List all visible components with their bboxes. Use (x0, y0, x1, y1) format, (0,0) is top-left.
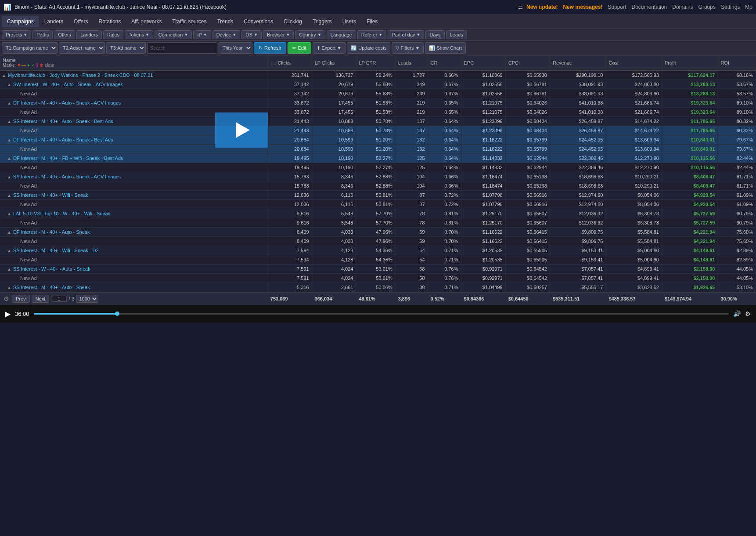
video-settings-icon[interactable]: ⚙ (745, 310, 751, 317)
more-link[interactable]: Mo (745, 4, 752, 10)
rules-button[interactable]: Rules (103, 30, 123, 39)
t3-select[interactable]: T3:Ad name (106, 42, 146, 54)
cell-name[interactable]: ▲DF Interest - M - 40+ - Auto - Sneak (0, 228, 268, 237)
days-button[interactable]: Days (425, 30, 444, 39)
expand-icon[interactable]: ▲ (7, 193, 11, 198)
video-play-overlay[interactable] (215, 112, 268, 148)
nav-files[interactable]: Files (361, 16, 383, 27)
leads-button[interactable]: Leads (446, 30, 467, 39)
nav-rotations[interactable]: Rotations (94, 16, 126, 27)
cell-name[interactable]: ▲SS Interest - M - 40+ - Wifi - Sneak - … (0, 246, 268, 255)
tokens-button[interactable]: Tokens▼ (125, 30, 153, 39)
nav-conversions[interactable]: Conversions (238, 16, 278, 27)
cell-name[interactable]: ▲SS Interest - M - 40+ - Auto - Sneak (0, 283, 268, 293)
nav-trends[interactable]: Trends (212, 16, 238, 27)
page-input[interactable]: 1 (51, 296, 67, 302)
expand-icon[interactable]: ▲ (7, 174, 11, 179)
update-costs-button[interactable]: 🔄 Update costs (347, 42, 390, 54)
nav-triggers[interactable]: Triggers (307, 16, 337, 27)
ip-button[interactable]: IP▼ (193, 30, 211, 39)
cell-name[interactable]: ▲SS Interest - M - 40+ - Wifi - Sneak (0, 191, 268, 200)
prev-button[interactable]: Prev (12, 295, 30, 303)
part-of-day-button[interactable]: Part of day▼ (388, 30, 424, 39)
mark-check[interactable]: ✓ (31, 63, 35, 68)
col-clicks[interactable]: ↓↓ Clicks (268, 55, 312, 70)
support-link[interactable]: Support (608, 4, 626, 10)
cell-name[interactable]: New Ad (0, 163, 268, 172)
expand-icon[interactable]: ▲ (7, 82, 11, 87)
new-update-badge[interactable]: New update! (526, 4, 558, 10)
mark-minus[interactable]: — (22, 63, 26, 68)
video-progress-bar[interactable] (34, 313, 729, 315)
domains-link[interactable]: Domains (672, 4, 693, 10)
device-button[interactable]: Device▼ (212, 30, 241, 39)
list-icon[interactable]: ☰ (518, 4, 523, 10)
country-button[interactable]: Country▼ (295, 30, 325, 39)
cell-name[interactable]: New Ad (0, 274, 268, 283)
mark-delete[interactable]: 🗑 (40, 63, 44, 68)
nav-users[interactable]: Users (337, 16, 361, 27)
connection-button[interactable]: Connection▼ (155, 30, 192, 39)
expand-icon[interactable]: ▲ (7, 267, 11, 272)
mark-x[interactable]: ✕ (17, 63, 21, 68)
documentation-link[interactable]: Documentation (632, 4, 667, 10)
new-messages-badge[interactable]: New messages! (563, 4, 602, 10)
filters-button[interactable]: ▽ Filters ▼ (392, 42, 424, 54)
export-button[interactable]: ⬆ Export ▼ (313, 42, 346, 54)
cell-name[interactable]: New Ad (0, 181, 268, 191)
nav-traffic-sources[interactable]: Traffic sources (167, 16, 212, 27)
cell-name[interactable]: New Ad (0, 200, 268, 209)
mark-plus[interactable]: + (27, 63, 30, 68)
cell-name[interactable]: ▲DF Interest - M - 40+ - Auto - Sneak - … (0, 98, 268, 108)
nav-clicklog[interactable]: Clicklog (278, 16, 307, 27)
referer-button[interactable]: Referer▼ (357, 30, 387, 39)
cell-name[interactable]: New Ad (0, 255, 268, 264)
groups-link[interactable]: Groups (698, 4, 716, 10)
nav-landers[interactable]: Landers (39, 16, 68, 27)
paths-button[interactable]: Paths (32, 30, 53, 39)
cell-name[interactable]: ▲SW Interest - W - 40+ - Auto - Sneak - … (0, 80, 268, 89)
nav-campaigns[interactable]: Campaigns (2, 16, 39, 27)
mark-clear[interactable]: clear (45, 63, 54, 68)
edit-button[interactable]: ✏ Edit (288, 42, 311, 54)
offers-button[interactable]: Offers (54, 30, 75, 39)
search-input[interactable] (147, 42, 217, 54)
os-button[interactable]: OS▼ (241, 30, 262, 39)
presets-button[interactable]: Presets▼ (2, 30, 31, 39)
volume-icon[interactable]: 🔊 (733, 310, 741, 317)
nav-offers[interactable]: Offers (68, 16, 93, 27)
expand-icon[interactable]: ▲ (7, 211, 11, 216)
language-button[interactable]: Language (327, 30, 356, 39)
settings-button[interactable]: ⚙ (3, 294, 10, 303)
browser-button[interactable]: Browser▼ (263, 30, 294, 39)
cell-name[interactable]: New Ad (0, 218, 268, 228)
expand-icon[interactable]: ▲ (7, 101, 11, 105)
show-chart-button[interactable]: 📊 Show Chart (425, 42, 466, 54)
cell-name[interactable]: ▲SS Interest - M - 40+ - Auto - Sneak - … (0, 172, 268, 181)
expand-icon[interactable]: ▲ (2, 73, 6, 78)
cell-name[interactable]: New Ad (0, 89, 268, 98)
t1-select[interactable]: T1:Campaign name (2, 42, 58, 54)
expand-icon[interactable]: ▲ (7, 230, 11, 235)
t2-select[interactable]: T2:Adset name (59, 42, 105, 54)
expand-icon[interactable]: ▲ (7, 138, 11, 142)
cell-roi: 61.09% (718, 200, 756, 209)
refresh-button[interactable]: ↻ Refresh (254, 42, 286, 54)
cell-name[interactable]: ▲LAL 5-10 VSL Top 10 - W - 40+ - Wifi - … (0, 209, 268, 218)
per-page-select[interactable]: 1000 (76, 295, 98, 303)
nav-aff-networks[interactable]: Aff. networks (126, 16, 167, 27)
expand-icon[interactable]: ▲ (7, 285, 11, 290)
mark-pause[interactable]: ‖ (36, 63, 38, 68)
time-range-select[interactable]: This Year (219, 42, 252, 54)
landers-button[interactable]: Landers (76, 30, 102, 39)
video-play-button[interactable]: ▶ (5, 310, 11, 318)
cell-name[interactable]: ▲DF Interest - M - 40+ - FB + Wifi - Sne… (0, 154, 268, 163)
expand-icon[interactable]: ▲ (7, 119, 11, 124)
settings-link[interactable]: Settings (721, 4, 740, 10)
expand-icon[interactable]: ▲ (7, 248, 11, 253)
next-button[interactable]: Next (32, 295, 50, 303)
cell-name[interactable]: ▲Myvibrantlife.club - Jody Watkins - Pha… (0, 70, 268, 80)
cell-name[interactable]: ▲SS Interest - W - 40+ - Auto - Sneak (0, 264, 268, 274)
expand-icon[interactable]: ▲ (7, 156, 11, 161)
cell-name[interactable]: New Ad (0, 237, 268, 246)
